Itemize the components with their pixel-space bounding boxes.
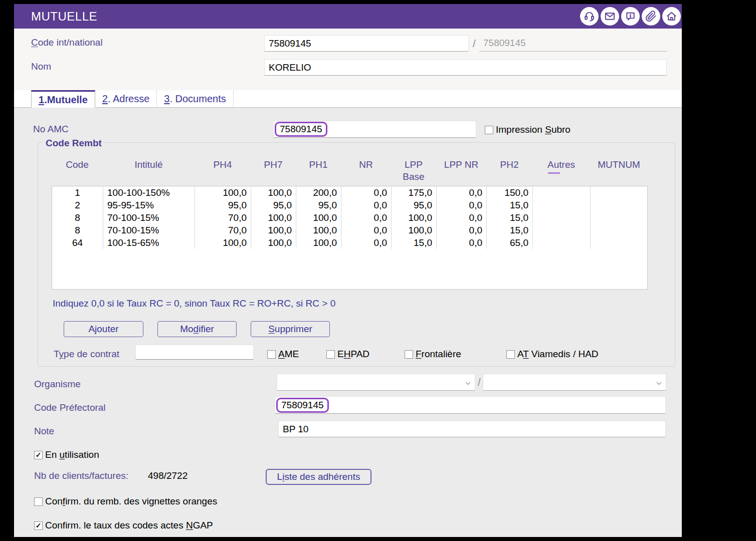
at-viamedis-checkbox[interactable]	[506, 350, 515, 359]
table-row[interactable]: 1100-100-150%100,0100,0200,00,0175,00,01…	[52, 186, 647, 199]
tab-mutuelle[interactable]: 1.Mutuelle	[31, 90, 95, 108]
col-header-ph7: PH7	[251, 159, 296, 171]
table-cell: 65,0	[487, 236, 533, 249]
table-cell: 70-100-15%	[103, 211, 195, 224]
organisme-select-2[interactable]	[483, 374, 666, 391]
nb-clients-value: 498/2722	[148, 470, 187, 481]
table-cell	[533, 199, 591, 211]
col-header-ph4: PH4	[195, 159, 251, 171]
ame-checkbox[interactable]	[267, 350, 276, 359]
table-cell: 70,0	[195, 211, 251, 224]
confirm-vignettes-checkbox[interactable]	[34, 497, 43, 506]
table-cell: 0,0	[437, 236, 487, 249]
organisme-select-1[interactable]	[277, 374, 475, 391]
ehpad-checkbox[interactable]	[326, 350, 335, 359]
table-cell: 0,0	[437, 199, 487, 211]
nom-input[interactable]	[264, 59, 667, 76]
code-int-national-input[interactable]	[264, 35, 469, 52]
table-cell: 0,0	[341, 199, 392, 211]
code-rembt-table-body[interactable]: 1100-100-150%100,0100,0200,00,0175,00,01…	[52, 186, 648, 290]
impression-subro-checkbox[interactable]	[485, 126, 493, 134]
table-cell: 8	[52, 224, 103, 236]
table-cell: 95,0	[296, 199, 341, 211]
home-icon[interactable]	[662, 7, 681, 26]
confirm-vignettes-row: Confirm. du remb. des vignettes oranges	[34, 496, 217, 507]
table-cell: 15,0	[487, 224, 533, 236]
code-prefectoral-input[interactable]: 75809145	[275, 396, 666, 414]
code-national-input	[479, 35, 667, 52]
code-rembt-table-header: Code Intitulé PH4 PH7 PH1 NR LPPBase LPP…	[52, 159, 648, 183]
info-icon[interactable]	[621, 7, 640, 26]
code-prefectoral-value: 75809145	[276, 398, 329, 413]
no-amc-input[interactable]: 75809145	[273, 121, 476, 138]
table-cell	[591, 186, 647, 199]
table-cell: 100,0	[296, 211, 341, 224]
confirm-ngap-checkbox[interactable]: ✓	[34, 521, 43, 530]
ehpad-row: EHPAD	[326, 349, 369, 360]
headset-icon[interactable]	[580, 7, 599, 26]
en-utilisation-checkbox[interactable]: ✓	[34, 451, 43, 459]
table-row[interactable]: 870-100-15%70,0100,0100,00,0100,00,015,0	[52, 211, 647, 224]
no-amc-value: 75809145	[275, 122, 327, 137]
autres-mnemonic-dash	[548, 172, 560, 174]
table-row[interactable]: 295-95-15%95,095,095,00,095,00,015,0	[52, 199, 647, 211]
table-row[interactable]: 870-100-15%70,0100,0100,00,0100,00,015,0	[52, 224, 647, 236]
table-cell: 100-100-150%	[103, 186, 195, 199]
table-cell	[591, 199, 647, 211]
table-cell	[533, 236, 591, 249]
note-input[interactable]	[278, 421, 666, 437]
table-cell: 175,0	[392, 186, 437, 199]
table-cell: 100,0	[392, 211, 437, 224]
col-header-ph2: PH2	[486, 159, 532, 171]
nb-clients-label: Nb de clients/factures:	[34, 470, 128, 481]
table-cell: 0,0	[341, 224, 392, 236]
chevron-down-icon	[465, 377, 471, 388]
table-cell: 70-100-15%	[103, 224, 195, 236]
code-int-national-label: Code int/national	[31, 37, 103, 48]
table-cell: 100,0	[392, 224, 437, 236]
type-de-contrat-input[interactable]	[135, 345, 254, 360]
col-header-lpp-nr: LPP NR	[436, 159, 486, 171]
table-cell: 100-15-65%	[103, 236, 195, 249]
col-header-autres: Autres	[532, 159, 590, 171]
ajouter-button[interactable]: Ajouter	[64, 321, 143, 337]
table-cell: 100,0	[195, 186, 251, 199]
table-cell: 95-95-15%	[103, 199, 195, 211]
taux-rc-hint: Indiquez 0,0 si le Taux RC = 0, sinon Ta…	[53, 298, 335, 309]
table-cell: 2	[52, 199, 103, 211]
table-cell: 0,0	[437, 186, 487, 199]
tab-documents[interactable]: 3. Documents	[157, 90, 233, 107]
ame-row: AME	[267, 349, 299, 360]
table-cell: 0,0	[341, 236, 392, 249]
code-separator: /	[473, 38, 476, 50]
frontaliere-checkbox[interactable]	[405, 350, 413, 359]
chevron-down-icon	[656, 377, 662, 388]
table-cell	[591, 236, 647, 249]
table-cell: 15,0	[487, 199, 533, 211]
liste-adherents-button[interactable]: Liste des adhérents	[266, 469, 371, 485]
table-cell: 15,0	[392, 236, 437, 249]
table-cell	[591, 211, 647, 224]
modifier-button[interactable]: Modifier	[157, 321, 237, 337]
titlebar: MUTUELLE	[14, 4, 682, 29]
table-row[interactable]: 64100-15-65%100,0100,0100,00,015,00,065,…	[52, 236, 647, 249]
table-cell: 70,0	[195, 224, 251, 236]
table-cell: 100,0	[195, 236, 251, 249]
tab-adresse[interactable]: 2. Adresse	[95, 90, 157, 107]
table-cell: 15,0	[487, 211, 533, 224]
table-cell: 64	[52, 236, 103, 249]
table-cell: 200,0	[296, 186, 341, 199]
table-cell: 0,0	[437, 211, 487, 224]
supprimer-button[interactable]: Supprimer	[251, 321, 330, 337]
type-de-contrat-label: Type de contrat	[54, 349, 119, 360]
paperclip-icon[interactable]	[642, 7, 660, 26]
page-title: MUTUELLE	[31, 10, 97, 24]
col-header-code: Code	[52, 159, 103, 171]
note-label: Note	[34, 426, 54, 437]
col-header-nr: NR	[341, 159, 391, 171]
table-cell: 0,0	[341, 186, 392, 199]
mail-icon[interactable]	[601, 7, 619, 26]
table-cell: 150,0	[487, 186, 533, 199]
col-header-mutnum: MUTNUM	[590, 159, 648, 171]
table-cell: 100,0	[251, 224, 296, 236]
